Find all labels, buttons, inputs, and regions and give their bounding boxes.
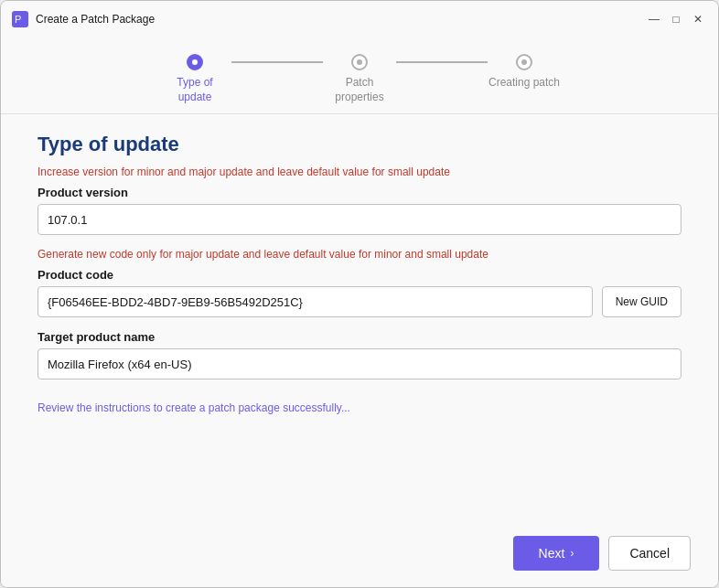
cancel-button[interactable]: Cancel bbox=[608, 536, 691, 571]
step-patch-properties: Patchproperties bbox=[323, 54, 396, 104]
product-code-row: New GUID bbox=[38, 286, 681, 317]
main-content: Type of update Increase version for mino… bbox=[1, 114, 718, 523]
close-button[interactable]: ✕ bbox=[691, 12, 705, 27]
step-circle-2 bbox=[351, 54, 368, 70]
step-label-2: Patchproperties bbox=[323, 76, 396, 104]
step-circle-1 bbox=[187, 54, 203, 70]
title-bar-left: P Create a Patch Package bbox=[12, 11, 155, 27]
step-label-1: Type ofupdate bbox=[158, 76, 231, 104]
next-label: Next bbox=[539, 546, 565, 561]
product-version-label: Product version bbox=[38, 186, 681, 199]
stepper: Type ofupdate Patchproperties Creating p… bbox=[158, 54, 561, 104]
step-line-2 bbox=[396, 61, 488, 63]
app-icon: P bbox=[12, 11, 28, 27]
step-line-1 bbox=[231, 61, 323, 63]
title-bar: P Create a Patch Package — □ ✕ bbox=[1, 1, 718, 36]
product-version-row bbox=[38, 204, 681, 235]
main-window: P Create a Patch Package — □ ✕ Type ofup… bbox=[0, 0, 719, 588]
product-version-group: Product version bbox=[38, 186, 681, 235]
target-product-label: Target product name bbox=[38, 330, 681, 344]
step-label-3: Creating patch bbox=[488, 76, 561, 91]
target-product-group: Target product name bbox=[38, 330, 681, 380]
svg-text:P: P bbox=[15, 14, 21, 25]
next-button[interactable]: Next › bbox=[513, 536, 600, 571]
hint-text-2: Generate new code only for major update … bbox=[38, 248, 681, 261]
footer: Next › Cancel bbox=[1, 523, 718, 587]
target-product-row bbox=[38, 348, 681, 380]
window-controls: — □ ✕ bbox=[647, 12, 705, 27]
chevron-right-icon: › bbox=[570, 547, 574, 560]
minimize-button[interactable]: — bbox=[647, 12, 661, 27]
maximize-button[interactable]: □ bbox=[669, 12, 683, 27]
section-title: Type of update bbox=[38, 133, 681, 156]
product-code-group: Product code New GUID bbox=[38, 268, 681, 317]
stepper-container: Type ofupdate Patchproperties Creating p… bbox=[1, 36, 718, 113]
product-code-input[interactable] bbox=[38, 286, 593, 317]
product-version-input[interactable] bbox=[38, 204, 681, 235]
step-type-of-update: Type ofupdate bbox=[158, 54, 231, 104]
step-circle-3 bbox=[516, 54, 532, 70]
step-creating-patch: Creating patch bbox=[488, 54, 561, 91]
product-code-label: Product code bbox=[38, 268, 681, 282]
target-product-input[interactable] bbox=[38, 348, 681, 380]
new-guid-button[interactable]: New GUID bbox=[602, 286, 681, 317]
hint-text-1: Increase version for minor and major upd… bbox=[38, 166, 681, 178]
window-title: Create a Patch Package bbox=[36, 13, 155, 26]
review-link[interactable]: Review the instructions to create a patc… bbox=[38, 401, 350, 414]
